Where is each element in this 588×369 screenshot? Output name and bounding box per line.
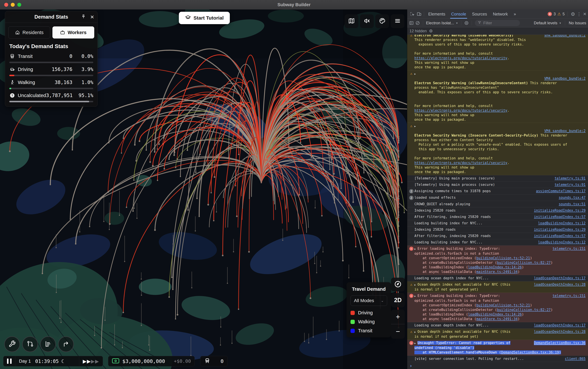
live-expression-icon[interactable]: [464, 21, 469, 25]
inspect-element-icon[interactable]: [410, 11, 415, 17]
expand-arrow-icon[interactable]: ▶: [414, 330, 416, 333]
expand-arrow-icon[interactable]: ▶: [414, 342, 416, 345]
source-link[interactable]: telemetry.ts:91: [555, 176, 586, 180]
source-link[interactable]: telemetry.ts:91: [555, 182, 586, 187]
routes-button[interactable]: [22, 336, 38, 352]
source-link[interactable]: loadOceanDepthIndex.ts:17: [534, 323, 586, 328]
source-link[interactable]: VM4 sandbox_bundle:2: [544, 77, 586, 80]
console-message[interactable]: ⚠loadOceanDepthIndex.ts:28▶Ocean depth i…: [407, 329, 588, 340]
maximize-window-button[interactable]: [17, 3, 21, 7]
close-window-button[interactable]: [4, 3, 8, 7]
map-canvas[interactable]: Demand Stats ✕ ResidentsWorkers Today's …: [0, 10, 407, 369]
source-link[interactable]: initializeRoadIndex.ts:29: [534, 227, 586, 232]
source-link[interactable]: client:865: [565, 356, 586, 361]
source-link[interactable]: https://electronjs.org/docs/tutorial/sec…: [414, 109, 507, 112]
console-message[interactable]: telemetry.ts:91[Telemetry] Using main pr…: [407, 181, 588, 188]
console-message[interactable]: ✕DemandSelectionBox.tsx:36▶Uncaught Type…: [407, 340, 588, 356]
expand-arrow-icon[interactable]: ▶: [414, 295, 416, 298]
console-message[interactable]: ✕telemetry.ts:151▶Error loading building…: [407, 246, 588, 275]
pause-button[interactable]: [3, 356, 15, 366]
log-levels-dropdown[interactable]: Default levels▼: [534, 21, 561, 25]
source-link[interactable]: initializeRoadIndex.ts:57: [534, 215, 586, 219]
tab-elements[interactable]: Elements: [425, 10, 448, 19]
source-link[interactable]: loadBuildingIndex.ts:14:26: [468, 265, 522, 269]
console-message[interactable]: initializeRoadIndex.ts:29Indexing 25820 …: [407, 207, 588, 214]
zoom-in-button[interactable]: +: [391, 310, 405, 324]
console-message-list[interactable]: ⚠VM4 sandbox_bundle:2Electron Security W…: [407, 35, 588, 369]
source-link[interactable]: buildingCollision.ts:52:21: [476, 256, 530, 260]
minimize-window-button[interactable]: [11, 3, 15, 7]
close-panel-icon[interactable]: ✕: [90, 14, 94, 20]
console-message[interactable]: ⚠VM4 sandbox_bundle:2Electron Security W…: [407, 35, 588, 70]
console-message[interactable]: ⚠▶VM4 sandbox_bundle:2Electron Security …: [407, 123, 588, 175]
redirect-button[interactable]: [58, 336, 74, 352]
issues-counter[interactable]: No Issues: [569, 21, 586, 25]
compass-button[interactable]: [391, 278, 405, 291]
source-link[interactable]: loadBuildingIndex.ts:14:26: [468, 312, 522, 316]
source-link[interactable]: telemetry.ts:151: [553, 293, 586, 298]
source-link[interactable]: DemandSelectionBox.tsx:36: [534, 341, 586, 345]
map-layers-button[interactable]: [345, 14, 358, 28]
console-message[interactable]: loadBuildingIndex.ts:12Loading building …: [407, 239, 588, 246]
console-message[interactable]: sounds.tsx:51CROWD_QUIET already playing: [407, 201, 588, 207]
console-message[interactable]: telemetry.ts:91[Telemetry] Using main pr…: [407, 175, 588, 181]
console-message[interactable]: ⚠▶VM4 sandbox_bundle:2Electron Security …: [407, 70, 588, 123]
source-link[interactable]: initializeRoadIndex.ts:57: [534, 234, 586, 238]
tab-console[interactable]: Console: [448, 10, 469, 19]
tools-button[interactable]: [4, 336, 20, 352]
expand-arrow-icon[interactable]: ▶: [414, 283, 416, 286]
source-link[interactable]: VM4 sandbox_bundle:2: [544, 129, 586, 133]
source-link[interactable]: loadOceanDepthIndex.ts:28: [534, 329, 586, 334]
devtools-close-icon[interactable]: ✕: [583, 11, 587, 17]
source-link[interactable]: mainStore.ts:2491:34: [476, 270, 518, 274]
devtools-kebab-menu-icon[interactable]: ⋮: [577, 11, 581, 17]
mute-sound-button[interactable]: [360, 14, 374, 28]
console-filter-input[interactable]: Filter: [475, 20, 520, 26]
source-link[interactable]: loadOceanDepthIndex.ts:17: [534, 276, 586, 280]
stats-button[interactable]: [40, 336, 56, 352]
source-link[interactable]: telemetry.ts:151: [553, 246, 586, 251]
console-message[interactable]: initializeRoadIndex.ts:29Indexing 25820 …: [407, 226, 588, 233]
hidden-settings-gear-icon[interactable]: ⚙: [429, 29, 433, 34]
console-message[interactable]: initializeRoadIndex.ts:57After filtering…: [407, 233, 588, 239]
console-message[interactable]: ✕telemetry.ts:151▶Error loading building…: [407, 293, 588, 322]
error-badge-icon[interactable]: ✕: [548, 12, 552, 16]
tab-workers[interactable]: Workers: [52, 26, 94, 39]
source-link[interactable]: loadOceanDepthIndex.ts:28: [534, 282, 586, 287]
source-link[interactable]: mainStore.ts:2491:34: [476, 317, 518, 321]
warning-badge-icon[interactable]: ⚠: [557, 12, 561, 16]
zoom-out-button[interactable]: −: [391, 324, 405, 339]
console-prompt[interactable]: ›: [407, 362, 588, 369]
2d-mode-button[interactable]: 2D: [391, 293, 405, 307]
source-link[interactable]: DemandSelectionBox.tsx:36:19: [501, 350, 559, 354]
source-link[interactable]: buildingCollision.ts:82:27: [497, 308, 551, 312]
source-link[interactable]: VM4 sandbox_bundle:2: [544, 35, 586, 38]
clear-console-icon[interactable]: [415, 21, 420, 25]
source-link[interactable]: buildingCollision.ts:82:27: [497, 261, 551, 265]
expand-arrow-icon[interactable]: ▶: [414, 72, 416, 75]
console-message[interactable]: ⚠loadOceanDepthIndex.ts:28▶Ocean depth i…: [407, 281, 588, 293]
source-link[interactable]: initializeRoadIndex.ts:29: [534, 208, 586, 213]
more-tabs-button[interactable]: »: [511, 10, 519, 19]
devtools-settings-icon[interactable]: ⚙: [571, 11, 575, 17]
console-message[interactable]: loadOceanDepthIndex.ts:17Loading ocean d…: [407, 322, 588, 329]
source-link[interactable]: https://electronjs.org/docs/tutorial/sec…: [414, 161, 507, 165]
speed-controls[interactable]: ▶▶▶▶: [79, 356, 103, 366]
console-message[interactable]: 2sounds.tsx:47loaded sound effects: [407, 194, 588, 201]
tab-sources[interactable]: Sources: [469, 10, 490, 19]
console-message[interactable]: 2assignCommuteTimes.ts:17Assigning commu…: [407, 188, 588, 194]
source-link[interactable]: assignCommuteTimes.ts:17: [536, 189, 586, 193]
console-message[interactable]: loadBuildingIndex.ts:12Loading building …: [407, 220, 588, 226]
theme-button[interactable]: [375, 14, 389, 28]
expand-arrow-icon[interactable]: ▶: [414, 248, 416, 250]
console-sidebar-icon[interactable]: [409, 21, 414, 25]
tab-network[interactable]: Network: [490, 10, 511, 19]
source-link[interactable]: loadBuildingIndex.ts:12: [538, 221, 586, 225]
source-link[interactable]: buildingCollision.ts:52:21: [476, 303, 530, 307]
source-link[interactable]: loadBuildingIndex.ts:12: [538, 240, 586, 245]
device-toolbar-icon[interactable]: [417, 11, 421, 17]
tab-residents[interactable]: Residents: [8, 26, 50, 39]
expand-arrow-icon[interactable]: ▶: [414, 125, 416, 128]
console-message[interactable]: loadOceanDepthIndex.ts:17Loading ocean d…: [407, 275, 588, 281]
pin-icon[interactable]: [81, 14, 86, 20]
